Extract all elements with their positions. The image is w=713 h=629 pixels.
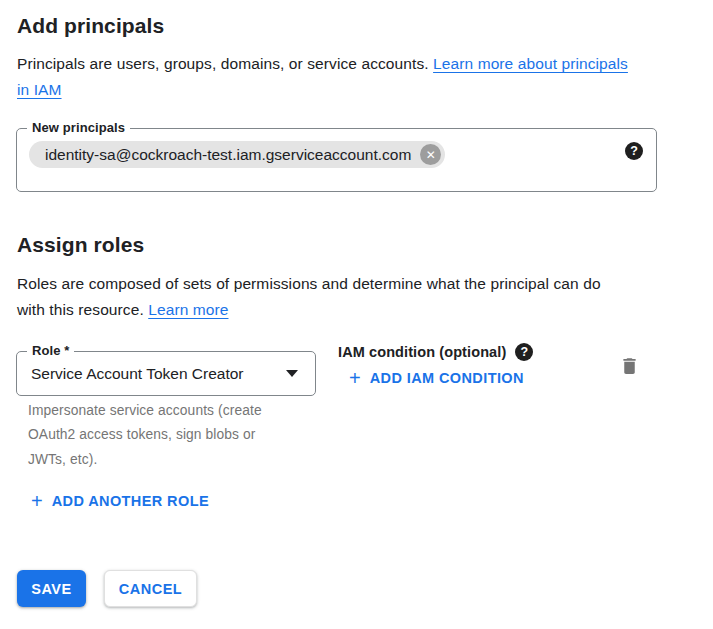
page-title: Add principals xyxy=(17,14,164,38)
add-another-role-label: ADD ANOTHER ROLE xyxy=(52,493,209,509)
role-helper-line: OAuth2 access tokens, sign blobs or xyxy=(28,423,328,447)
add-another-role-button[interactable]: + ADD ANOTHER ROLE xyxy=(31,492,209,510)
role-selected-value: Service Account Token Creator xyxy=(31,365,244,383)
learn-more-roles-link[interactable]: Learn more xyxy=(148,301,228,318)
roles-description: Roles are composed of sets of permission… xyxy=(17,271,707,322)
role-helper-line: Impersonate service accounts (create xyxy=(28,399,328,423)
role-label: Role * xyxy=(27,343,74,358)
iam-condition-help-icon[interactable]: ? xyxy=(515,343,533,361)
new-principals-field[interactable]: New principals identity-sa@cockroach-tes… xyxy=(16,128,657,192)
add-iam-condition-button[interactable]: + ADD IAM CONDITION xyxy=(349,369,524,387)
role-select-surface[interactable]: Service Account Token Creator xyxy=(17,352,315,395)
new-principals-help-icon[interactable]: ? xyxy=(625,142,643,160)
question-mark-glyph: ? xyxy=(630,144,638,158)
delete-role-button[interactable] xyxy=(619,355,640,377)
new-principals-label: New principals xyxy=(27,120,130,135)
trash-icon xyxy=(619,355,640,377)
assign-roles-title: Assign roles xyxy=(17,233,144,257)
add-iam-condition-label: ADD IAM CONDITION xyxy=(370,370,524,386)
save-button[interactable]: SAVE xyxy=(17,570,86,607)
chip-remove-button[interactable]: ✕ xyxy=(420,144,441,165)
add-principals-panel: Add principals Principals are users, gro… xyxy=(0,0,713,629)
close-icon: ✕ xyxy=(426,148,436,162)
question-mark-glyph: ? xyxy=(520,345,528,359)
principals-description-text: Principals are users, groups, domains, o… xyxy=(17,55,433,72)
principal-chip-label: identity-sa@cockroach-test.iam.gservicea… xyxy=(45,146,411,164)
roles-description-line1: Roles are composed of sets of permission… xyxy=(17,275,601,292)
cancel-button[interactable]: CANCEL xyxy=(104,570,197,607)
learn-more-principals-link-wrap[interactable]: in IAM xyxy=(17,81,62,98)
role-dropdown[interactable]: Role * Service Account Token Creator xyxy=(16,351,316,396)
role-helper-text: Impersonate service accounts (create OAu… xyxy=(28,399,328,472)
iam-condition-label: IAM condition (optional) xyxy=(338,344,506,360)
role-helper-line: JWTs, etc). xyxy=(28,448,328,472)
chevron-down-icon xyxy=(286,370,298,377)
principals-description: Principals are users, groups, domains, o… xyxy=(17,51,697,102)
plus-icon: + xyxy=(31,492,43,510)
plus-icon: + xyxy=(349,369,361,387)
roles-description-line2: with this resource. xyxy=(17,301,148,318)
iam-condition-header: IAM condition (optional) ? xyxy=(338,343,533,361)
learn-more-principals-link[interactable]: Learn more about principals xyxy=(433,55,628,72)
principal-chip: identity-sa@cockroach-test.iam.gservicea… xyxy=(29,141,445,168)
